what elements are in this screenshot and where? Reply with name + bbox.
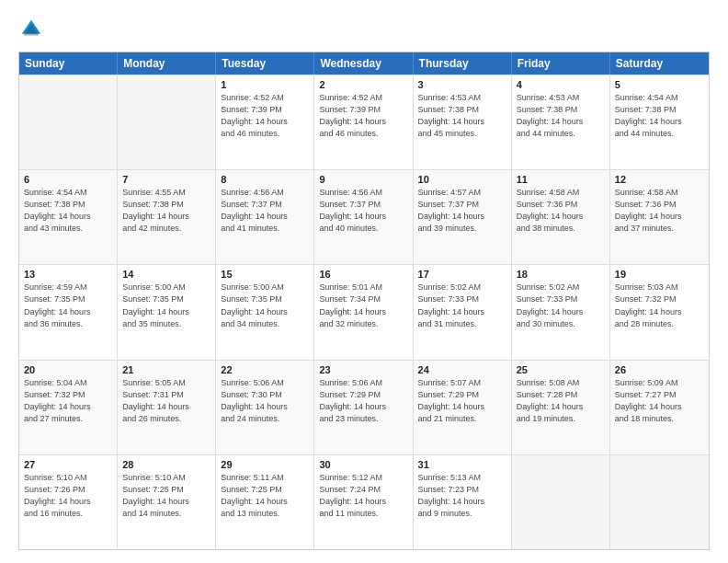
day-number: 9 (319, 174, 407, 185)
day-info: Sunrise: 5:00 AM Sunset: 7:35 PM Dayligh… (221, 282, 309, 329)
day-number: 12 (615, 174, 704, 185)
day-info: Sunrise: 4:54 AM Sunset: 7:38 PM Dayligh… (615, 92, 704, 140)
calendar-cell: 3Sunrise: 4:53 AM Sunset: 7:38 PM Daylig… (414, 75, 512, 169)
day-number: 30 (319, 459, 407, 470)
day-info: Sunrise: 5:04 AM Sunset: 7:32 PM Dayligh… (24, 377, 112, 425)
day-number: 21 (122, 364, 210, 375)
day-info: Sunrise: 4:52 AM Sunset: 7:39 PM Dayligh… (319, 92, 407, 140)
calendar-cell: 30Sunrise: 5:12 AM Sunset: 7:24 PM Dayli… (314, 455, 413, 549)
calendar-cell: 23Sunrise: 5:06 AM Sunset: 7:29 PM Dayli… (314, 361, 413, 454)
calendar-cell: 15Sunrise: 5:00 AM Sunset: 7:35 PM Dayli… (216, 265, 314, 359)
calendar-cell: 28Sunrise: 5:10 AM Sunset: 7:25 PM Dayli… (118, 455, 216, 549)
logo-icon (18, 17, 44, 42)
weekday-header-sunday: Sunday (19, 52, 118, 75)
calendar-body: 1Sunrise: 4:52 AM Sunset: 7:39 PM Daylig… (19, 75, 709, 549)
calendar-cell: 14Sunrise: 5:00 AM Sunset: 7:35 PM Dayli… (118, 265, 216, 359)
day-info: Sunrise: 5:07 AM Sunset: 7:29 PM Dayligh… (418, 377, 506, 425)
day-info: Sunrise: 4:56 AM Sunset: 7:37 PM Dayligh… (319, 187, 407, 235)
calendar-cell: 8Sunrise: 4:56 AM Sunset: 7:37 PM Daylig… (216, 170, 314, 264)
day-number: 18 (517, 269, 605, 280)
calendar-row-3: 13Sunrise: 4:59 AM Sunset: 7:35 PM Dayli… (19, 264, 709, 359)
calendar-row-2: 6Sunrise: 4:54 AM Sunset: 7:38 PM Daylig… (19, 169, 709, 264)
day-number: 27 (24, 459, 112, 470)
day-number: 29 (221, 459, 309, 470)
day-info: Sunrise: 4:57 AM Sunset: 7:37 PM Dayligh… (418, 187, 506, 235)
day-number: 6 (24, 174, 112, 185)
calendar-cell (512, 455, 610, 549)
day-info: Sunrise: 4:56 AM Sunset: 7:37 PM Dayligh… (221, 187, 309, 235)
calendar-cell (118, 75, 216, 169)
calendar-cell: 21Sunrise: 5:05 AM Sunset: 7:31 PM Dayli… (118, 361, 216, 454)
calendar-cell: 25Sunrise: 5:08 AM Sunset: 7:28 PM Dayli… (512, 361, 610, 454)
calendar-cell: 2Sunrise: 4:52 AM Sunset: 7:39 PM Daylig… (314, 75, 413, 169)
day-info: Sunrise: 5:09 AM Sunset: 7:27 PM Dayligh… (615, 377, 704, 425)
day-info: Sunrise: 5:02 AM Sunset: 7:33 PM Dayligh… (418, 282, 506, 329)
day-info: Sunrise: 5:12 AM Sunset: 7:24 PM Dayligh… (319, 472, 407, 520)
day-info: Sunrise: 4:58 AM Sunset: 7:36 PM Dayligh… (615, 187, 704, 235)
day-info: Sunrise: 4:55 AM Sunset: 7:38 PM Dayligh… (122, 187, 210, 235)
day-number: 28 (122, 459, 210, 470)
day-info: Sunrise: 4:58 AM Sunset: 7:36 PM Dayligh… (517, 187, 605, 235)
day-number: 4 (517, 79, 605, 90)
calendar-cell: 12Sunrise: 4:58 AM Sunset: 7:36 PM Dayli… (610, 170, 709, 264)
calendar-cell (610, 455, 709, 549)
header (18, 17, 710, 42)
day-number: 1 (221, 79, 309, 90)
day-info: Sunrise: 4:53 AM Sunset: 7:38 PM Dayligh… (418, 92, 506, 140)
calendar-row-4: 20Sunrise: 5:04 AM Sunset: 7:32 PM Dayli… (19, 360, 709, 454)
calendar-cell: 10Sunrise: 4:57 AM Sunset: 7:37 PM Dayli… (414, 170, 512, 264)
calendar-cell: 22Sunrise: 5:06 AM Sunset: 7:30 PM Dayli… (216, 361, 314, 454)
day-info: Sunrise: 4:52 AM Sunset: 7:39 PM Dayligh… (221, 92, 309, 140)
calendar-cell: 20Sunrise: 5:04 AM Sunset: 7:32 PM Dayli… (19, 361, 118, 454)
day-info: Sunrise: 5:06 AM Sunset: 7:30 PM Dayligh… (221, 377, 309, 425)
calendar: SundayMondayTuesdayWednesdayThursdayFrid… (18, 52, 710, 550)
day-number: 15 (221, 269, 309, 280)
day-number: 20 (24, 364, 112, 375)
calendar-cell: 1Sunrise: 4:52 AM Sunset: 7:39 PM Daylig… (216, 75, 314, 169)
day-number: 14 (122, 269, 210, 280)
weekday-header-tuesday: Tuesday (216, 52, 314, 75)
calendar-cell: 29Sunrise: 5:11 AM Sunset: 7:25 PM Dayli… (216, 455, 314, 549)
day-number: 2 (319, 79, 407, 90)
day-info: Sunrise: 4:54 AM Sunset: 7:38 PM Dayligh… (24, 187, 112, 235)
calendar-cell (19, 75, 118, 169)
day-info: Sunrise: 5:03 AM Sunset: 7:32 PM Dayligh… (615, 282, 704, 329)
day-info: Sunrise: 4:53 AM Sunset: 7:38 PM Dayligh… (517, 92, 605, 140)
day-info: Sunrise: 5:05 AM Sunset: 7:31 PM Dayligh… (122, 377, 210, 425)
calendar-cell: 13Sunrise: 4:59 AM Sunset: 7:35 PM Dayli… (19, 265, 118, 359)
calendar-cell: 24Sunrise: 5:07 AM Sunset: 7:29 PM Dayli… (414, 361, 512, 454)
weekday-header-thursday: Thursday (414, 52, 512, 75)
day-number: 22 (221, 364, 309, 375)
calendar-cell: 4Sunrise: 4:53 AM Sunset: 7:38 PM Daylig… (512, 75, 610, 169)
day-number: 5 (615, 79, 704, 90)
calendar-cell: 26Sunrise: 5:09 AM Sunset: 7:27 PM Dayli… (610, 361, 709, 454)
weekday-header-wednesday: Wednesday (314, 52, 413, 75)
day-number: 24 (418, 364, 506, 375)
calendar-cell: 11Sunrise: 4:58 AM Sunset: 7:36 PM Dayli… (512, 170, 610, 264)
calendar-row-1: 1Sunrise: 4:52 AM Sunset: 7:39 PM Daylig… (19, 75, 709, 169)
calendar-cell: 31Sunrise: 5:13 AM Sunset: 7:23 PM Dayli… (414, 455, 512, 549)
calendar-cell: 18Sunrise: 5:02 AM Sunset: 7:33 PM Dayli… (512, 265, 610, 359)
logo (18, 17, 48, 42)
day-number: 26 (615, 364, 704, 375)
day-number: 19 (615, 269, 704, 280)
day-info: Sunrise: 5:10 AM Sunset: 7:26 PM Dayligh… (24, 472, 112, 520)
day-number: 23 (319, 364, 407, 375)
day-number: 7 (122, 174, 210, 185)
calendar-cell: 5Sunrise: 4:54 AM Sunset: 7:38 PM Daylig… (610, 75, 709, 169)
weekday-header-friday: Friday (512, 52, 610, 75)
calendar-cell: 17Sunrise: 5:02 AM Sunset: 7:33 PM Dayli… (414, 265, 512, 359)
day-info: Sunrise: 5:00 AM Sunset: 7:35 PM Dayligh… (122, 282, 210, 329)
calendar-cell: 6Sunrise: 4:54 AM Sunset: 7:38 PM Daylig… (19, 170, 118, 264)
day-info: Sunrise: 5:01 AM Sunset: 7:34 PM Dayligh… (319, 282, 407, 329)
day-info: Sunrise: 5:13 AM Sunset: 7:23 PM Dayligh… (418, 472, 506, 520)
calendar-cell: 19Sunrise: 5:03 AM Sunset: 7:32 PM Dayli… (610, 265, 709, 359)
calendar-row-5: 27Sunrise: 5:10 AM Sunset: 7:26 PM Dayli… (19, 454, 709, 549)
day-number: 13 (24, 269, 112, 280)
day-number: 3 (418, 79, 506, 90)
calendar-cell: 27Sunrise: 5:10 AM Sunset: 7:26 PM Dayli… (19, 455, 118, 549)
day-info: Sunrise: 4:59 AM Sunset: 7:35 PM Dayligh… (24, 282, 112, 329)
day-number: 31 (418, 459, 506, 470)
calendar-cell: 9Sunrise: 4:56 AM Sunset: 7:37 PM Daylig… (314, 170, 413, 264)
calendar-header: SundayMondayTuesdayWednesdayThursdayFrid… (19, 52, 709, 75)
